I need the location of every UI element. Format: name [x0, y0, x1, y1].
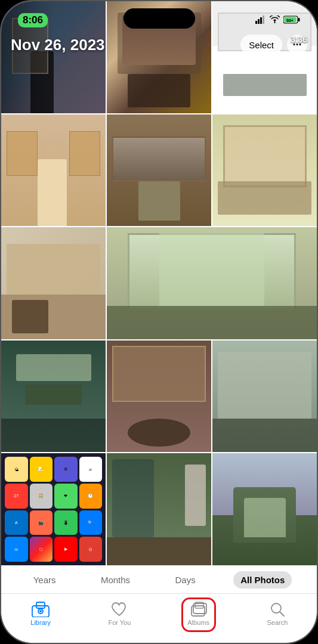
bottom-container: Years Months Days All Photos	[1, 565, 317, 643]
wifi-icon	[270, 16, 280, 25]
library-icon	[32, 601, 50, 618]
tab-years[interactable]: Years	[26, 571, 63, 589]
photo-cell[interactable]	[1, 227, 106, 339]
date-header: Nov 26, 2023 Select ···	[11, 35, 307, 55]
tab-days[interactable]: Days	[168, 571, 203, 589]
screen: 8:06	[1, 1, 317, 643]
svg-line-17	[280, 612, 284, 616]
photo-tabs: Years Months Days All Photos	[1, 565, 317, 594]
svg-rect-3	[263, 16, 264, 24]
for-you-icon	[110, 601, 128, 618]
photo-cell[interactable]	[212, 114, 317, 227]
svg-rect-6	[298, 18, 300, 21]
photo-cell[interactable]	[212, 453, 317, 565]
signal-icon	[255, 16, 266, 26]
photo-cell[interactable]	[1, 340, 106, 453]
photos-area: Nov 26, 2023 Select ··· 3:36	[1, 1, 317, 565]
photo-cell[interactable]	[107, 453, 211, 565]
photo-cell[interactable]	[212, 340, 317, 453]
svg-rect-2	[260, 17, 262, 24]
albums-icon	[190, 601, 208, 618]
tab-months[interactable]: Months	[94, 571, 137, 589]
svg-point-12	[39, 610, 42, 612]
status-time: 8:06	[18, 13, 48, 27]
photo-cell[interactable]	[107, 227, 317, 339]
photo-cell[interactable]	[107, 114, 211, 227]
for-you-label: For You	[108, 619, 131, 626]
search-icon	[268, 601, 286, 618]
tab-albums[interactable]: Albums	[159, 599, 238, 628]
tab-search[interactable]: Search	[238, 599, 317, 628]
tab-all-photos[interactable]: All Photos	[233, 571, 292, 589]
photo-grid: 🌤 📝 ⚙ ✉ 27 🧮 ❤ 🕐 A 🎬 📱 🔍 m ◻ ▶ G	[1, 1, 317, 565]
tab-for-you[interactable]: For You	[80, 599, 159, 628]
svg-rect-10	[36, 602, 45, 608]
status-right: 90+	[255, 16, 300, 26]
svg-text:90+: 90+	[286, 18, 294, 23]
date-text: Nov 26, 2023	[11, 36, 105, 54]
battery-icon: 90+	[283, 16, 300, 26]
tab-library[interactable]: Library	[1, 599, 80, 628]
photo-cell[interactable]	[107, 340, 211, 453]
albums-label: Albums	[187, 619, 209, 626]
nav-tabs: Library For You	[1, 594, 317, 631]
search-label: Search	[267, 619, 288, 626]
library-label: Library	[30, 619, 51, 626]
photo-cell[interactable]	[1, 114, 106, 227]
svg-point-4	[274, 22, 276, 23]
svg-rect-0	[255, 21, 257, 24]
svg-rect-1	[258, 19, 260, 24]
time-display: 3:36	[291, 35, 307, 44]
photo-cell[interactable]: 🌤 📝 ⚙ ✉ 27 🧮 ❤ 🕐 A 🎬 📱 🔍 m ◻ ▶ G	[1, 453, 106, 565]
dynamic-island	[124, 8, 195, 29]
phone-frame: 8:06	[0, 0, 318, 644]
select-button[interactable]: Select	[240, 35, 282, 55]
